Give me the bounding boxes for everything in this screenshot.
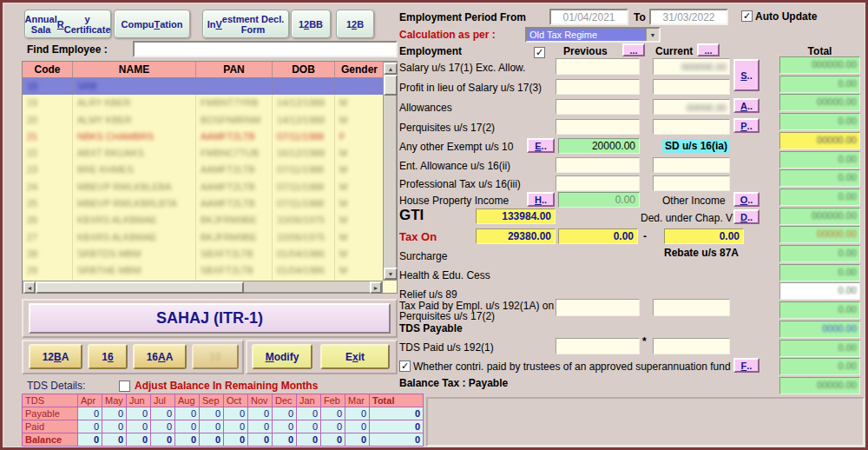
- annual-salary-certificate-button[interactable]: Annual SalaRyCertificate: [24, 10, 111, 38]
- sahaj-itr1-button[interactable]: SAHAJ (ITR-1): [29, 303, 391, 334]
- tds-value-cell[interactable]: 0: [345, 407, 370, 420]
- employee-row[interactable]: 19ALRY KBERFMBNT7YRB14/12/1988M: [23, 95, 385, 111]
- tds-value-cell[interactable]: 0: [200, 433, 224, 447]
- tds-value-cell[interactable]: 0: [297, 407, 321, 420]
- tds-value-cell[interactable]: 0: [273, 433, 297, 447]
- employee-row[interactable]: 18SRB: [23, 78, 385, 95]
- tds-value-cell[interactable]: 0: [321, 433, 345, 447]
- tds-value-cell[interactable]: 0: [224, 420, 248, 433]
- hscroll-thumb[interactable]: [36, 281, 244, 294]
- column-header-dob[interactable]: DOB: [273, 62, 335, 77]
- current-more-button[interactable]: ...: [697, 43, 720, 56]
- tds-value-cell[interactable]: 0: [321, 407, 345, 420]
- tds-value-cell[interactable]: 0: [321, 420, 345, 433]
- tds-value-cell[interactable]: 0: [175, 433, 200, 447]
- employment-checkbox[interactable]: ✓: [534, 47, 545, 58]
- tax-regime-dropdown[interactable]: Old Tax Regime ▼: [525, 27, 661, 43]
- allowances-current-field[interactable]: 00000.00: [653, 99, 730, 115]
- period-to-field[interactable]: 31/03/2022: [649, 9, 728, 25]
- employee-row[interactable]: 28SRBTDS MBMSBXFT2LTB01/04/1986M: [23, 246, 385, 262]
- superannuation-checkbox[interactable]: ✓: [399, 361, 411, 372]
- tds-value-cell[interactable]: 0: [345, 420, 370, 433]
- find-employee-input[interactable]: [133, 41, 398, 57]
- employee-row[interactable]: 27KBXRS ALKBMAEBKJFRM9BE10/06/1975M: [23, 229, 385, 246]
- tds-value-cell[interactable]: 0: [273, 407, 297, 420]
- employee-row[interactable]: 23BRE KHMESAAMFT2LTB07/11/1988M: [23, 162, 385, 178]
- tds-value-cell[interactable]: 0: [127, 407, 151, 420]
- allowances-previous-field[interactable]: [556, 99, 640, 115]
- column-header-pan[interactable]: PAN: [196, 62, 273, 77]
- other-income-detail-button[interactable]: O..: [733, 192, 760, 207]
- salary-previous-field[interactable]: [556, 58, 640, 75]
- tds-value-cell[interactable]: 0: [151, 420, 175, 433]
- tds-value-cell[interactable]: 0: [273, 420, 297, 433]
- employee-row[interactable]: 21NBKS CHAMBRSAAMFT2LTB07/11/1988F: [23, 129, 385, 145]
- hp-income-detail-button[interactable]: H..: [527, 192, 555, 207]
- tds-value-cell[interactable]: 0: [345, 433, 370, 447]
- tax-paid-previous-field[interactable]: [556, 299, 640, 316]
- perquisites-current-field[interactable]: [653, 119, 730, 135]
- exit-button[interactable]: Exit: [320, 344, 390, 369]
- employee-row[interactable]: 29SRBTHE MBMSBXFT2LTB01/04/1986M: [23, 262, 385, 279]
- tax-paid-current-field[interactable]: [653, 299, 730, 316]
- salary-detail-button[interactable]: S..: [733, 59, 760, 91]
- column-header-gender[interactable]: Gender: [335, 62, 385, 77]
- tds-value-cell[interactable]: 0: [127, 433, 151, 447]
- chevron-down-icon[interactable]: ▼: [646, 29, 659, 41]
- adjust-balance-checkbox[interactable]: [119, 381, 130, 392]
- period-from-field[interactable]: 01/04/2021: [549, 9, 628, 25]
- ent-allowance-previous-field[interactable]: [556, 157, 640, 173]
- perquisites-previous-field[interactable]: [556, 119, 640, 135]
- form16-button[interactable]: 16: [88, 344, 128, 369]
- profit-previous-field[interactable]: [556, 79, 640, 95]
- scroll-right-icon[interactable]: ►: [370, 281, 382, 294]
- 12bb-button[interactable]: 12BB: [291, 10, 331, 38]
- tds-paid-previous-field[interactable]: [556, 338, 640, 354]
- fund-detail-button[interactable]: F..: [733, 358, 760, 373]
- previous-more-button[interactable]: ...: [622, 43, 645, 56]
- 12ba-button[interactable]: 12BA: [29, 344, 82, 369]
- tds-value-cell[interactable]: 0: [102, 420, 127, 433]
- tds-value-cell[interactable]: 0: [224, 433, 248, 447]
- employee-row[interactable]: 26KBXRS ALKBMAEBKJFRM9BE10/06/1975M: [23, 212, 385, 228]
- scroll-up-icon[interactable]: ▲: [384, 63, 398, 75]
- allowances-detail-button[interactable]: A..: [733, 98, 760, 113]
- scroll-left-icon[interactable]: ◄: [23, 281, 36, 294]
- 12b-button[interactable]: 12B: [336, 10, 374, 38]
- prof-tax-current-field[interactable]: [653, 175, 730, 191]
- column-header-name[interactable]: NAME: [73, 62, 196, 77]
- salary-current-field[interactable]: 000000.00: [653, 58, 730, 75]
- prof-tax-previous-field[interactable]: [556, 175, 640, 191]
- tds-value-cell[interactable]: 0: [102, 433, 127, 447]
- column-header-code[interactable]: Code: [23, 62, 73, 77]
- tds-value-cell[interactable]: 0: [297, 420, 321, 433]
- tds-value-cell[interactable]: 0: [200, 420, 224, 433]
- employee-row[interactable]: 22ABXT RKUAKSFMBNC7TUB16/12/1988M: [23, 145, 385, 162]
- hp-income-field[interactable]: 0.00: [558, 192, 640, 208]
- tds-value-cell[interactable]: 0: [248, 433, 273, 447]
- employee-table-vscrollbar[interactable]: ▲ ▼: [383, 62, 397, 281]
- profit-current-field[interactable]: [653, 79, 730, 95]
- tds-value-cell[interactable]: 0: [224, 407, 248, 420]
- tds-value-cell[interactable]: 0: [297, 433, 321, 447]
- tds-value-cell[interactable]: 0: [175, 420, 200, 433]
- exempt-detail-button[interactable]: E..: [527, 138, 555, 153]
- computation-button[interactable]: CompuTation: [114, 10, 190, 38]
- ent-allowance-current-field[interactable]: [653, 157, 730, 173]
- vscroll-thumb[interactable]: [384, 75, 398, 96]
- perquisites-detail-button[interactable]: P..: [733, 118, 760, 133]
- employee-row[interactable]: 25MBEVP RWLKBRLBTAAAMFT2LTB07/11/1988M: [23, 195, 385, 212]
- tds-value-cell[interactable]: 0: [248, 420, 273, 433]
- tds-value-cell[interactable]: 0: [78, 407, 102, 420]
- employee-row[interactable]: 20ALMY KBERBOSFN8RNM14/12/1988M: [23, 112, 385, 129]
- tds-value-cell[interactable]: 0: [200, 407, 224, 420]
- exempt-previous-field[interactable]: 20000.00: [558, 138, 640, 154]
- auto-update-checkbox[interactable]: ✓: [741, 10, 753, 22]
- scroll-down-icon[interactable]: ▼: [384, 268, 398, 280]
- deduction-detail-button[interactable]: D..: [733, 209, 760, 224]
- tds-value-cell[interactable]: 0: [175, 407, 200, 420]
- modify-button[interactable]: Modify: [252, 344, 312, 369]
- tds-value-cell[interactable]: 0: [151, 407, 175, 420]
- tds-value-cell[interactable]: 0: [102, 407, 127, 420]
- form16aa-button[interactable]: 16AA: [133, 344, 187, 369]
